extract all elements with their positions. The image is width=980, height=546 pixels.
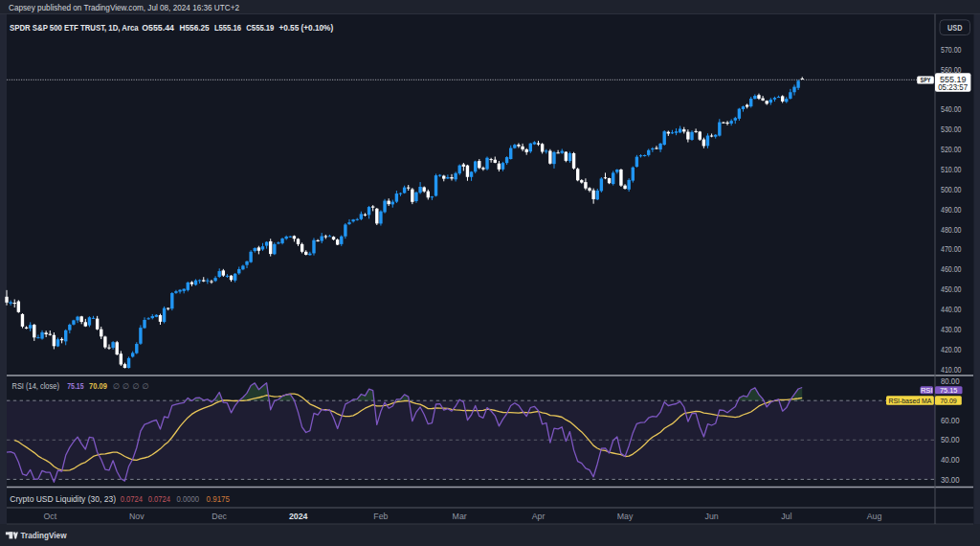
svg-text:0.9175: 0.9175 — [207, 494, 231, 504]
svg-text:Oct: Oct — [43, 512, 56, 521]
svg-text:50.00: 50.00 — [941, 435, 960, 444]
svg-text:30.00: 30.00 — [941, 475, 960, 485]
svg-text:Aug: Aug — [867, 512, 882, 521]
svg-text:540.00: 540.00 — [941, 104, 962, 114]
svg-text:TradingView: TradingView — [21, 530, 67, 540]
svg-text:SPY: SPY — [921, 76, 931, 84]
svg-text:L555.16: L555.16 — [214, 22, 241, 33]
svg-text:70.09: 70.09 — [940, 397, 957, 405]
svg-text:490.00: 490.00 — [941, 205, 962, 215]
svg-text:430.00: 430.00 — [941, 325, 962, 334]
svg-text:40.00: 40.00 — [941, 455, 960, 465]
svg-text:520.00: 520.00 — [941, 145, 962, 154]
svg-text:O555.44: O555.44 — [142, 22, 174, 33]
svg-text:0.0724: 0.0724 — [121, 494, 143, 504]
svg-text:2024: 2024 — [289, 512, 308, 521]
svg-text:420.00: 420.00 — [941, 345, 962, 354]
svg-text:∅: ∅ — [132, 382, 139, 391]
svg-text:RSI-based MA: RSI-based MA — [888, 397, 932, 405]
svg-text:470.00: 470.00 — [941, 244, 962, 254]
svg-text:H556.25: H556.25 — [180, 22, 211, 33]
svg-text:500.00: 500.00 — [941, 185, 962, 194]
svg-text:70.09: 70.09 — [89, 381, 107, 391]
svg-text:C555.19: C555.19 — [246, 22, 274, 33]
svg-text:75.15: 75.15 — [67, 381, 83, 391]
svg-text:May: May — [617, 512, 634, 521]
svg-text:530.00: 530.00 — [941, 125, 962, 134]
svg-text:∅: ∅ — [142, 382, 148, 391]
svg-text:60.00: 60.00 — [941, 416, 960, 425]
svg-text:+0.55 (+0.10%): +0.55 (+0.10%) — [278, 22, 333, 33]
svg-text:Nov: Nov — [129, 512, 145, 521]
svg-text:460.00: 460.00 — [941, 264, 962, 274]
svg-text:SPDR S&P 500 ETF TRUST, 1D, Ar: SPDR S&P 500 ETF TRUST, 1D, Arca — [10, 22, 139, 33]
svg-text:Dec: Dec — [212, 512, 227, 521]
svg-text:480.00: 480.00 — [941, 225, 962, 235]
svg-text:Jul: Jul — [781, 512, 791, 521]
svg-text:Mar: Mar — [453, 512, 467, 521]
svg-text:USD: USD — [947, 23, 962, 33]
svg-text:75.15: 75.15 — [940, 386, 958, 395]
svg-text:RSI (14, close): RSI (14, close) — [12, 381, 59, 391]
svg-text:80.00: 80.00 — [941, 376, 960, 386]
svg-text:440.00: 440.00 — [941, 305, 962, 314]
svg-text:∅: ∅ — [122, 382, 129, 391]
svg-text:Feb: Feb — [373, 512, 388, 521]
svg-text:Jun: Jun — [705, 512, 719, 521]
svg-text:RSI: RSI — [921, 386, 933, 395]
svg-text:Capsey published on TradingVie: Capsey published on TradingView.com, Jul… — [9, 2, 239, 12]
svg-text:410.00: 410.00 — [941, 365, 962, 375]
svg-text:05:23:57: 05:23:57 — [938, 83, 968, 92]
svg-text:450.00: 450.00 — [941, 284, 962, 294]
svg-text:Apr: Apr — [532, 512, 546, 521]
svg-text:Crypto USD Liquidity (30, 23): Crypto USD Liquidity (30, 23) — [10, 494, 116, 504]
svg-text:0.0000: 0.0000 — [177, 494, 200, 504]
svg-text:0.0724: 0.0724 — [148, 494, 170, 504]
svg-text:570.00: 570.00 — [941, 45, 962, 55]
svg-text:∅: ∅ — [113, 382, 120, 391]
svg-text:510.00: 510.00 — [941, 165, 962, 174]
